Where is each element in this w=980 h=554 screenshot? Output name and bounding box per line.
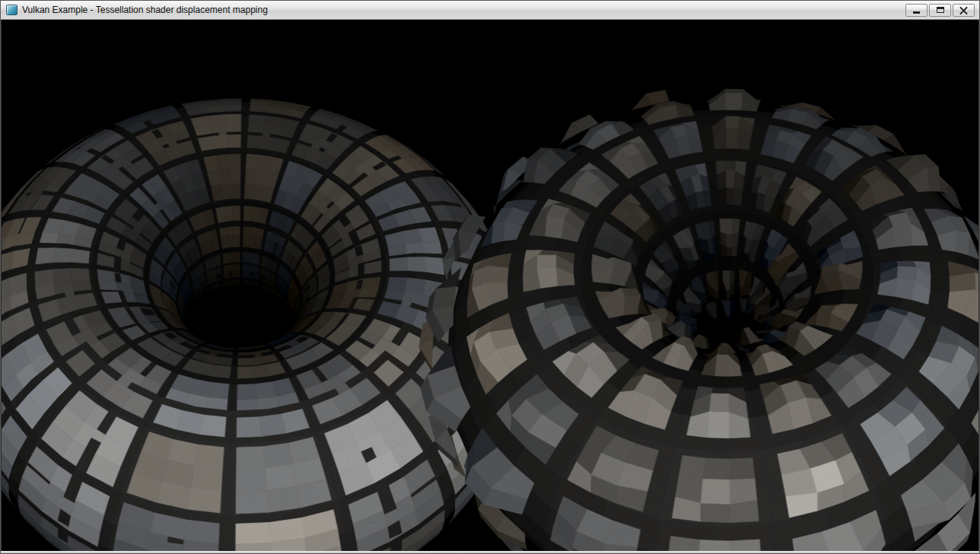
window-controls <box>905 4 975 17</box>
window-bottom-frame <box>1 551 979 553</box>
minimize-button[interactable] <box>905 4 928 17</box>
title-bar[interactable]: Vulkan Example - Tessellation shader dis… <box>1 1 979 20</box>
close-icon <box>959 6 968 14</box>
render-viewport <box>1 20 979 551</box>
minimize-icon <box>913 11 920 14</box>
app-icon[interactable] <box>6 5 18 15</box>
viewport-canvas[interactable] <box>2 20 978 551</box>
window-title: Vulkan Example - Tessellation shader dis… <box>22 1 905 19</box>
app-window: Vulkan Example - Tessellation shader dis… <box>0 0 980 554</box>
close-button[interactable] <box>953 4 975 17</box>
maximize-button[interactable] <box>929 4 951 17</box>
maximize-icon <box>937 7 944 13</box>
